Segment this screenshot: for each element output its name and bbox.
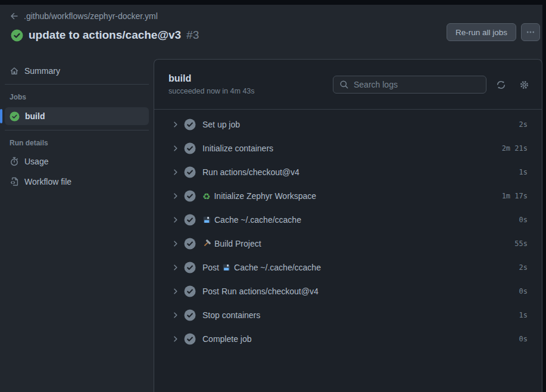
success-check-icon — [11, 29, 23, 42]
log-steps-list: Set up job 2s Initialize containers 2m 2… — [154, 110, 542, 354]
run-details-section-label: Run details — [5, 139, 149, 147]
job-title: build — [169, 73, 191, 84]
step-duration: 55s — [514, 239, 528, 248]
log-step-row[interactable]: Complete job 0s — [154, 327, 542, 351]
step-duration: 1m 17s — [502, 192, 528, 200]
step-label: Set up job — [202, 120, 519, 129]
step-duration: 1s — [519, 168, 528, 176]
log-step-row[interactable]: ♻Initialize Zephyr Workspace 1m 17s — [154, 184, 542, 208]
run-title-row: update to actions/cache@v3 #3 — [11, 29, 199, 42]
step-label: Complete job — [202, 334, 519, 344]
breadcrumb: .github/workflows/zephyr-docker.yml — [10, 10, 158, 23]
sidebar-item-workflow-file[interactable]: Workflow file — [5, 173, 149, 190]
run-number: #3 — [186, 29, 199, 42]
log-panel: build succeeded now in 4m 43s Set up job… — [154, 59, 542, 392]
sidebar-item-build-job[interactable]: build — [5, 107, 149, 125]
chevron-right-icon[interactable] — [171, 239, 180, 248]
step-duration: 2s — [519, 263, 528, 272]
log-step-row[interactable]: PostCache ~/.cache/ccache 2s — [154, 256, 542, 279]
sidebar-item-label: Summary — [24, 66, 60, 76]
search-logs-box — [333, 76, 486, 94]
step-success-check-icon — [184, 333, 196, 345]
step-success-check-icon — [184, 142, 196, 154]
file-code-icon — [10, 177, 19, 186]
step-duration: 0s — [519, 216, 528, 224]
step-success-check-icon — [184, 309, 196, 321]
log-step-row[interactable]: Initialize containers 2m 21s — [154, 136, 542, 160]
back-arrow-icon[interactable] — [10, 11, 19, 21]
step-label: Cache ~/.cache/ccache — [202, 215, 519, 225]
sidebar-item-label: Usage — [24, 157, 48, 166]
step-success-check-icon — [184, 166, 196, 178]
jobs-section-label: Jobs — [5, 93, 149, 101]
step-label: Initialize containers — [202, 144, 502, 153]
home-icon — [10, 66, 19, 76]
step-label: ♻Initialize Zephyr Workspace — [202, 191, 502, 201]
step-label: Run actions/checkout@v4 — [202, 167, 519, 177]
step-success-check-icon — [184, 262, 196, 273]
run-header: .github/workflows/zephyr-docker.yml upda… — [0, 5, 542, 57]
step-success-check-icon — [184, 190, 196, 202]
log-step-row[interactable]: Stop containers 1s — [154, 303, 542, 327]
step-success-check-icon — [184, 285, 196, 297]
log-step-row[interactable]: Build Project 55s — [154, 232, 542, 256]
log-step-row[interactable]: Post Run actions/checkout@v4 0s — [154, 279, 542, 303]
log-step-row[interactable]: Cache ~/.cache/ccache 0s — [154, 208, 542, 232]
floppy-emoji — [202, 216, 211, 224]
step-label: Post Run actions/checkout@v4 — [202, 287, 519, 296]
page-title: update to actions/cache@v3 — [29, 29, 181, 42]
step-duration: 2s — [519, 120, 528, 129]
header-actions: Re-run all jobs — [447, 23, 540, 41]
step-success-check-icon — [184, 119, 196, 130]
stopwatch-icon — [10, 157, 19, 166]
job-success-check-icon — [10, 111, 20, 122]
chevron-right-icon[interactable] — [171, 287, 180, 296]
chevron-right-icon[interactable] — [171, 120, 180, 129]
kebab-menu-button[interactable] — [521, 23, 540, 41]
chevron-right-icon[interactable] — [171, 263, 180, 272]
recycle-emoji: ♻ — [202, 192, 210, 201]
job-name-label: build — [25, 111, 45, 121]
floppy-emoji — [222, 263, 230, 272]
step-label: Stop containers — [202, 310, 519, 320]
chevron-right-icon[interactable] — [171, 144, 180, 153]
refresh-logs-icon[interactable] — [496, 80, 506, 90]
sidebar-divider — [5, 130, 149, 130]
sidebar-item-usage[interactable]: Usage — [5, 153, 149, 170]
search-icon — [339, 80, 349, 89]
chevron-right-icon[interactable] — [171, 191, 180, 201]
sidebar: Summary Jobs build Run details Usage Wor… — [5, 63, 149, 190]
workflow-file-link[interactable]: .github/workflows/zephyr-docker.yml — [24, 11, 158, 21]
sidebar-item-summary[interactable]: Summary — [5, 63, 149, 79]
chevron-right-icon[interactable] — [171, 310, 180, 320]
step-duration: 0s — [519, 335, 528, 343]
step-duration: 2m 21s — [502, 144, 528, 153]
workflow-run-page: .github/workflows/zephyr-docker.yml upda… — [0, 5, 542, 392]
step-label: Build Project — [202, 239, 514, 248]
hammer-emoji — [202, 239, 211, 248]
log-settings-gear-icon[interactable] — [519, 80, 529, 90]
step-duration: 1s — [519, 311, 528, 319]
sidebar-divider — [5, 84, 149, 85]
log-panel-header: build succeeded now in 4m 43s — [154, 60, 542, 110]
rerun-all-jobs-button[interactable]: Re-run all jobs — [447, 23, 516, 41]
job-status-line: succeeded now in 4m 43s — [169, 87, 255, 95]
step-duration: 0s — [519, 287, 528, 295]
chevron-right-icon[interactable] — [171, 334, 180, 344]
step-success-check-icon — [184, 214, 196, 226]
step-label: PostCache ~/.cache/ccache — [202, 263, 519, 272]
log-step-row[interactable]: Set up job 2s — [154, 113, 542, 136]
kebab-icon — [526, 27, 535, 37]
search-logs-input[interactable] — [354, 80, 480, 89]
selected-accent-bar — [0, 109, 2, 123]
chevron-right-icon[interactable] — [171, 167, 180, 177]
step-success-check-icon — [184, 238, 196, 250]
chevron-right-icon[interactable] — [171, 215, 180, 225]
log-step-row[interactable]: Run actions/checkout@v4 1s — [154, 160, 542, 184]
sidebar-item-label: Workflow file — [24, 177, 71, 186]
